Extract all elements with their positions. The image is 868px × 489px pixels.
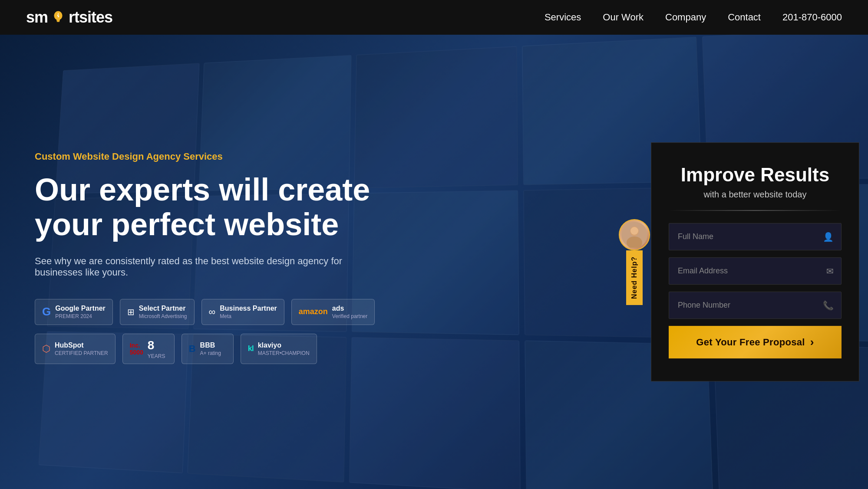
nav-phone[interactable]: 201-870-6000 bbox=[782, 12, 842, 23]
nav-item-our-work[interactable]: Our Work bbox=[603, 12, 644, 23]
badge-bbb-main: BBB bbox=[200, 341, 221, 349]
badge-row-2: ⬡ HubSpot CERTIFIED PARTNER Inc.5000 8 Y… bbox=[35, 334, 399, 364]
amazon-icon: amazon bbox=[299, 307, 328, 316]
submit-label: Get Your Free Proposal bbox=[696, 337, 805, 348]
nav-link-our-work[interactable]: Our Work bbox=[603, 12, 644, 23]
need-help-avatar bbox=[619, 219, 650, 250]
badge-hubspot-main: HubSpot bbox=[55, 341, 108, 349]
hubspot-icon: ⬡ bbox=[42, 343, 50, 354]
person-icon: 👤 bbox=[823, 232, 834, 242]
badge-klaviyo-sub: MASTER•CHAMPION bbox=[258, 350, 310, 356]
contact-form-panel: Improve Results with a better website to… bbox=[651, 142, 859, 382]
badge-amazon-sub: Verified partner bbox=[332, 313, 367, 319]
badge-microsoft: ⊞ Select Partner Microsoft Advertising bbox=[120, 299, 195, 325]
nav-item-contact[interactable]: Contact bbox=[728, 12, 761, 23]
badge-klaviyo: kl klaviyo MASTER•CHAMPION bbox=[241, 334, 317, 364]
full-name-field: 👤 bbox=[669, 223, 842, 250]
logo[interactable]: sm rtsites bbox=[26, 8, 112, 26]
klaviyo-icon: kl bbox=[248, 344, 254, 353]
badge-google-sub: PREMIER 2024 bbox=[55, 313, 106, 319]
need-help-tab[interactable]: Need Help? bbox=[619, 219, 650, 305]
form-title-line1: Improve Results bbox=[681, 164, 829, 185]
meta-icon: ∞ bbox=[209, 306, 216, 318]
badge-hubspot-sub: CERTIFIED PARTNER bbox=[55, 350, 108, 356]
inc5000-icon: Inc.5000 bbox=[130, 342, 143, 356]
badge-hubspot: ⬡ HubSpot CERTIFIED PARTNER bbox=[35, 334, 116, 364]
nav-phone-link[interactable]: 201-870-6000 bbox=[782, 12, 842, 23]
badge-bbb-sub: A+ rating bbox=[200, 350, 221, 356]
nav-link-contact[interactable]: Contact bbox=[728, 12, 761, 23]
nav-item-company[interactable]: Company bbox=[665, 12, 706, 23]
arrow-icon: › bbox=[810, 335, 814, 349]
google-icon: G bbox=[42, 305, 51, 318]
nav-link-company[interactable]: Company bbox=[665, 12, 706, 23]
phone-input[interactable] bbox=[669, 292, 842, 319]
svg-point-10 bbox=[630, 226, 638, 234]
nav-links: Services Our Work Company Contact 201-87… bbox=[545, 12, 842, 23]
logo-text: sm rtsites bbox=[26, 8, 112, 26]
hero-content: Custom Website Design Agency Services Ou… bbox=[0, 151, 434, 372]
microsoft-icon: ⊞ bbox=[127, 307, 135, 317]
nav-link-services[interactable]: Services bbox=[545, 12, 581, 23]
form-subtitle: with a better website today bbox=[669, 190, 842, 200]
email-input[interactable] bbox=[669, 257, 842, 285]
phone-field: 📞 bbox=[669, 292, 842, 319]
badge-bbb: B BBB A+ rating bbox=[182, 334, 234, 364]
badge-meta-sub: Meta bbox=[220, 313, 277, 319]
navbar: sm rtsites Services Our Work Company Con… bbox=[0, 0, 868, 35]
badge-microsoft-main: Select Partner bbox=[139, 305, 187, 312]
badge-microsoft-sub: Microsoft Advertising bbox=[139, 313, 187, 319]
badge-amazon-main: ads bbox=[332, 305, 367, 312]
email-icon: ✉ bbox=[826, 266, 834, 276]
badge-google: G Google Partner PREMIER 2024 bbox=[35, 299, 113, 325]
hero-title: Our experts will create your perfect web… bbox=[35, 173, 399, 241]
hero-description: See why we are consistently rated as the… bbox=[35, 256, 391, 278]
badge-inc5000: Inc.5000 8 YEARS bbox=[122, 334, 175, 364]
badge-klaviyo-main: klaviyo bbox=[258, 341, 310, 349]
email-field: ✉ bbox=[669, 257, 842, 285]
badge-amazon: amazon ads Verified partner bbox=[291, 299, 375, 325]
form-divider bbox=[669, 210, 842, 211]
badge-google-main: Google Partner bbox=[55, 305, 106, 312]
form-title: Improve Results bbox=[669, 164, 842, 187]
badge-inc5000-num: 8 bbox=[148, 338, 165, 352]
bbb-icon: B bbox=[189, 343, 196, 354]
svg-rect-1 bbox=[56, 20, 60, 21]
badge-row-1: G Google Partner PREMIER 2024 ⊞ Select P… bbox=[35, 299, 399, 325]
full-name-input[interactable] bbox=[669, 223, 842, 250]
badge-meta-main: Business Partner bbox=[220, 305, 277, 312]
phone-icon: 📞 bbox=[823, 300, 834, 311]
submit-button[interactable]: Get Your Free Proposal › bbox=[669, 326, 842, 358]
hero-subtitle: Custom Website Design Agency Services bbox=[35, 151, 399, 162]
badge-meta: ∞ Business Partner Meta bbox=[201, 299, 284, 325]
svg-rect-2 bbox=[57, 21, 59, 22]
badge-inc5000-sub: YEARS bbox=[148, 353, 165, 359]
nav-item-services[interactable]: Services bbox=[545, 12, 581, 23]
hero-section: Custom Website Design Agency Services Ou… bbox=[0, 35, 868, 489]
need-help-label[interactable]: Need Help? bbox=[626, 250, 643, 305]
